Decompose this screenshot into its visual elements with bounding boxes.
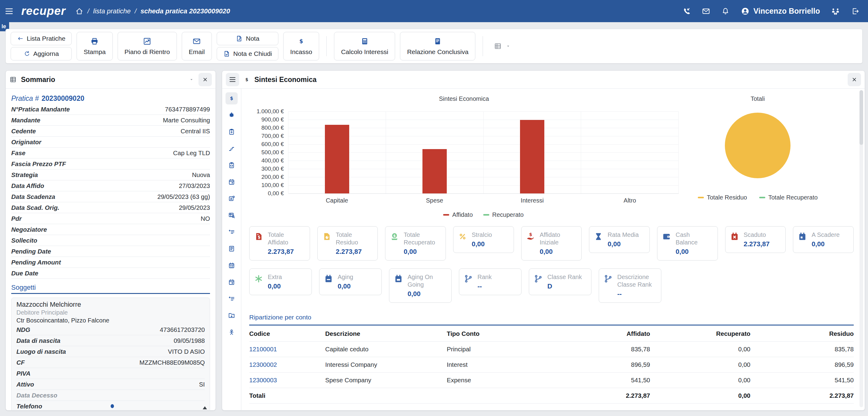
legend-label: Totale Recuperato xyxy=(768,194,817,201)
rail-item-list-plus-alt[interactable] xyxy=(225,293,238,305)
aggiorna-label: Aggiorna xyxy=(33,50,59,58)
scroll-indicator-dot[interactable] xyxy=(111,404,114,408)
stat-card-label: Cash Balance xyxy=(676,231,713,246)
rail-item-folder-plus[interactable] xyxy=(225,309,238,321)
list-plus-icon xyxy=(228,228,235,236)
rail-item-doc-attachment[interactable]: A xyxy=(225,193,238,205)
calcolo-interessi-button[interactable]: Calcolo Interessi xyxy=(334,32,395,61)
y-tick-label: 900,00 € xyxy=(261,116,284,123)
aggiorna-button[interactable]: Aggiorna xyxy=(11,47,72,61)
stat-card-text: Rank-- xyxy=(477,273,492,290)
menu-icon[interactable] xyxy=(4,6,14,16)
account-code-link[interactable]: 12100001 xyxy=(249,342,325,357)
layout-dropdown[interactable] xyxy=(494,42,511,50)
people-arrows-icon[interactable] xyxy=(831,7,840,16)
rail-item-flow[interactable] xyxy=(225,142,238,154)
scroll-caret-icon[interactable] xyxy=(203,406,207,409)
stampa-button[interactable]: Stampa xyxy=(76,32,113,61)
home-icon[interactable] xyxy=(75,7,83,15)
stat-card-value: -- xyxy=(617,290,657,298)
sintesi-header: $ Sintesi Economica xyxy=(222,71,865,89)
piano-di-rientro-button[interactable]: Piano di Rientro xyxy=(118,32,177,61)
logout-icon[interactable] xyxy=(851,7,860,15)
collapse-caret-icon[interactable] xyxy=(189,77,194,82)
rail-item-table-search[interactable] xyxy=(225,209,238,221)
calculator-icon xyxy=(361,37,369,45)
breadcrumb-lista-pratiche[interactable]: lista pratiche xyxy=(93,7,131,15)
sintesi-close-button[interactable] xyxy=(848,73,861,86)
rail-item-person[interactable] xyxy=(225,326,238,338)
bar-chart-title: Sintesi Economica xyxy=(249,95,679,102)
legend-item: Totale Recuperato xyxy=(759,194,817,201)
mail-icon[interactable] xyxy=(702,7,710,15)
stat-card-text: Stralcio0,00 xyxy=(472,231,492,248)
clipboard-code-icon xyxy=(228,162,235,169)
doc-pie-icon xyxy=(322,231,332,256)
relazione-conclusiva-button[interactable]: Relazione Conclusiva xyxy=(400,32,475,61)
x-category-label: Capitale xyxy=(288,197,386,204)
clipboard-plus-icon xyxy=(228,128,235,135)
sommario-body: Pratica # 20230009020 N°Pratica Mandante… xyxy=(6,89,215,411)
piano-di-rientro-label: Piano di Rientro xyxy=(125,48,170,56)
account-code-link[interactable]: 12300002 xyxy=(249,357,325,372)
breadcrumb-separator: / xyxy=(87,7,89,15)
rail-item-calendar[interactable] xyxy=(225,176,238,188)
branch-icon xyxy=(463,273,473,290)
rail-item-clipboard-plus[interactable] xyxy=(225,126,238,138)
grid-small-icon xyxy=(9,76,17,83)
email-button[interactable]: Email xyxy=(182,32,212,61)
field-value: 4736617203720 xyxy=(160,326,205,334)
email-label: Email xyxy=(189,48,205,56)
field-label: Negoziatore xyxy=(11,226,47,233)
stat-card-label: Classe Rank xyxy=(547,273,582,281)
legend-item: Totale Residuo xyxy=(698,194,747,201)
soggetto-card: Mazzocchi Melchiorre Debitore Principale… xyxy=(11,298,210,411)
sommario-close-button[interactable] xyxy=(198,73,212,86)
totals-cell: 0,00 xyxy=(650,388,750,403)
toolbar-divider xyxy=(483,36,483,56)
sommario-header: Sommario xyxy=(6,71,215,89)
lista-pratiche-button[interactable]: Lista Pratiche xyxy=(11,32,72,45)
rail-item-puzzle[interactable] xyxy=(225,109,238,121)
vertical-scrollbar-thumb[interactable] xyxy=(860,90,863,145)
stat-card: Aging On Going0,00 xyxy=(389,269,452,303)
drag-handle-icon xyxy=(228,76,237,83)
calendar-icon xyxy=(228,178,235,185)
svg-text:$: $ xyxy=(529,232,532,237)
nota-e-chiudi-button[interactable]: Nota e Chiudi xyxy=(217,47,278,61)
y-tick-label: 0,00 € xyxy=(268,190,284,197)
field-value: Central IIS xyxy=(181,128,210,135)
doc-attachment-icon: A xyxy=(228,195,235,202)
phone-incoming-icon[interactable] xyxy=(682,7,691,15)
bell-icon[interactable] xyxy=(721,7,730,15)
stat-card-value: D xyxy=(547,282,582,290)
rail-item-clipboard-code[interactable] xyxy=(225,159,238,171)
svg-text:A: A xyxy=(230,197,232,200)
table-cell: 896,59 xyxy=(750,357,854,372)
field-value: 7634778897499 xyxy=(165,106,210,113)
incasso-button[interactable]: $ Incasso xyxy=(283,32,319,61)
column-header: Codice xyxy=(249,326,325,341)
incasso-label: Incasso xyxy=(290,48,312,56)
svg-text:$: $ xyxy=(258,235,260,240)
rail-item-list-plus[interactable] xyxy=(225,226,238,238)
field-value: 27/03/2023 xyxy=(179,182,210,189)
field-value: 09/05/1988 xyxy=(174,337,205,344)
nota-button[interactable]: Nota xyxy=(217,32,278,45)
bar-chart-y-axis: 1.000,00 €900,00 €800,00 €700,00 €600,00… xyxy=(249,111,288,194)
rail-item-notebook[interactable] xyxy=(225,243,238,255)
rail-item-dollar[interactable]: $ xyxy=(225,92,238,104)
section-icon-rail: $A12 xyxy=(222,89,241,411)
hourglass-icon xyxy=(594,231,603,248)
rail-item-calendar-12[interactable]: 12 xyxy=(225,259,238,272)
account-code-link[interactable]: 12300003 xyxy=(249,373,325,388)
note-icon xyxy=(236,35,243,42)
stat-card-text: Affidato Iniziale0,00 xyxy=(540,231,578,256)
stat-card-value: 0,00 xyxy=(676,248,713,256)
user-menu[interactable]: Vincenzo Borriello xyxy=(741,7,820,16)
stat-card-value: 0,00 xyxy=(608,240,639,248)
drag-handle[interactable] xyxy=(226,73,239,86)
rail-item-calendar-alt[interactable] xyxy=(225,276,238,288)
sintesi-economica-panel: $ Sintesi Economica $A12 Sintesi Economi… xyxy=(222,70,865,411)
legend-label: Affidato xyxy=(452,211,473,218)
